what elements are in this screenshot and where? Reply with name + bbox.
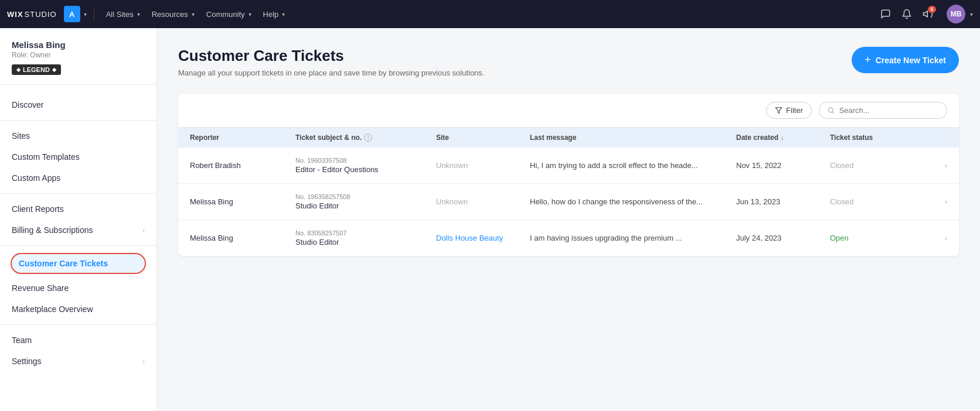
cell-ticket-subject-0: Editor - Editor Questions <box>295 165 436 174</box>
sidebar-item-team[interactable]: Team <box>0 330 156 351</box>
user-avatar[interactable]: MB <box>947 5 965 23</box>
search-input[interactable] <box>839 106 938 115</box>
col-site: Site <box>436 133 530 142</box>
row-chevron-0[interactable]: › <box>924 161 947 170</box>
sidebar-item-custom-templates[interactable]: Custom Templates <box>0 146 156 167</box>
sidebar-item-billing[interactable]: Billing & Subscriptions › <box>0 220 156 241</box>
sidebar-divider-3 <box>0 245 156 246</box>
nav-item-help[interactable]: Help ▾ <box>258 8 290 21</box>
notification-badge: 5 <box>928 6 936 13</box>
filter-label: Filter <box>786 106 803 115</box>
create-ticket-button[interactable]: + Create New Ticket <box>852 47 959 73</box>
svg-marker-1 <box>775 108 782 114</box>
sidebar-user-section: Melissa Bing Role: Owner ◆ LEGEND ◆ <box>0 40 156 85</box>
cell-site-2[interactable]: Dolls House Beauty <box>436 234 530 242</box>
wix-text: WIX <box>7 10 23 19</box>
col-ticket-status: Ticket status <box>830 133 924 142</box>
sort-icon: ↓ <box>781 134 784 141</box>
sidebar-item-custom-apps[interactable]: Custom Apps <box>0 167 156 189</box>
sidebar-item-discover[interactable]: Discover <box>0 94 156 115</box>
cell-ticket-0: No. 19603357508 Editor - Editor Question… <box>295 157 436 174</box>
sidebar-item-revenue-share[interactable]: Revenue Share <box>0 278 156 299</box>
nav-item-allsites[interactable]: All Sites ▾ <box>101 8 145 21</box>
cell-site-0: Unknown <box>436 161 530 170</box>
col-actions <box>924 133 947 142</box>
sidebar: Melissa Bing Role: Owner ◆ LEGEND ◆ Disc… <box>0 28 157 411</box>
cell-status-1: Closed <box>830 197 924 206</box>
search-box[interactable] <box>819 102 947 119</box>
sidebar-divider-4 <box>0 324 156 325</box>
cell-ticket-subject-2: Studio Editor <box>295 238 436 246</box>
row-chevron-1[interactable]: › <box>924 197 947 206</box>
cell-ticket-2: No. 83058257507 Studio Editor <box>295 230 436 246</box>
sidebar-item-settings[interactable]: Settings › <box>0 351 156 372</box>
main-content: Customer Care Tickets Manage all your su… <box>157 28 980 411</box>
cell-reporter-1: Melissa Bing <box>190 197 295 206</box>
cell-status-0: Closed <box>830 161 924 170</box>
account-avatar-btn[interactable]: A <box>64 6 80 22</box>
ticket-subject-info-icon[interactable]: i <box>364 133 372 142</box>
sidebar-item-sites[interactable]: Sites <box>0 125 156 146</box>
table-toolbar: Filter <box>178 94 959 128</box>
col-date-created[interactable]: Date created ↓ <box>736 133 830 142</box>
create-ticket-label: Create New Ticket <box>876 56 946 65</box>
search-icon <box>828 107 835 114</box>
sidebar-legend-badge: ◆ LEGEND ◆ <box>12 64 61 75</box>
studio-text: STUDIO <box>25 10 57 19</box>
nav-item-community[interactable]: Community ▾ <box>202 8 256 21</box>
wix-studio-logo[interactable]: WIX STUDIO <box>7 10 57 19</box>
page-title: Customer Care Tickets <box>178 47 484 65</box>
svg-marker-0 <box>924 11 928 18</box>
nav-divider <box>94 7 94 21</box>
filter-button[interactable]: Filter <box>766 102 812 119</box>
svg-line-3 <box>832 112 833 113</box>
cell-reporter-0: Robert Bradish <box>190 161 295 170</box>
col-reporter: Reporter <box>190 133 295 142</box>
chat-icon <box>880 9 891 19</box>
sidebar-item-marketplace[interactable]: Marketplace Overview <box>0 299 156 320</box>
community-chevron-icon: ▾ <box>249 11 251 18</box>
table-row: Melissa Bing No. 83058257507 Studio Edit… <box>178 220 959 256</box>
page-subtitle: Manage all your support tickets in one p… <box>178 68 484 77</box>
resources-chevron-icon: ▾ <box>192 11 195 18</box>
user-chevron-icon[interactable]: ▾ <box>970 11 973 18</box>
row-chevron-2[interactable]: › <box>924 234 947 242</box>
app-layout: Melissa Bing Role: Owner ◆ LEGEND ◆ Disc… <box>0 28 980 411</box>
cell-reporter-2: Melissa Bing <box>190 234 295 242</box>
cell-message-0: Hi, I am trying to add a scroll effect t… <box>530 161 736 170</box>
chat-icon-btn[interactable] <box>876 5 895 23</box>
billing-chevron-icon: › <box>142 227 145 234</box>
table-header: Reporter Ticket subject & no. i Site Las… <box>178 128 959 148</box>
sidebar-user-name: Melissa Bing <box>12 40 145 50</box>
cell-ticket-no-0: No. 19603357508 <box>295 157 436 164</box>
bell-icon-btn[interactable] <box>897 5 916 23</box>
megaphone-icon-btn[interactable]: 5 <box>918 5 937 23</box>
help-chevron-icon: ▾ <box>282 11 285 18</box>
col-last-message: Last message <box>530 133 736 142</box>
cell-ticket-1: No. 196358257508 Studio Editor <box>295 193 436 210</box>
top-navigation: WIX STUDIO A ▾ All Sites ▾ Resources ▾ C… <box>0 0 980 28</box>
sidebar-divider-1 <box>0 120 156 121</box>
cell-ticket-subject-1: Studio Editor <box>295 201 436 210</box>
cell-date-2: July 24, 2023 <box>736 234 830 242</box>
tickets-container: Filter Reporter Ticket subject & no. i S… <box>178 94 959 256</box>
filter-icon <box>775 107 782 114</box>
cell-message-2: I am having issues upgrading the premium… <box>530 234 736 242</box>
page-header: Customer Care Tickets Manage all your su… <box>178 47 959 77</box>
account-chevron-icon[interactable]: ▾ <box>84 11 87 18</box>
cell-date-0: Nov 15, 2022 <box>736 161 830 170</box>
bell-icon <box>901 9 912 19</box>
cell-ticket-no-1: No. 196358257508 <box>295 193 436 200</box>
cell-ticket-no-2: No. 83058257507 <box>295 230 436 237</box>
sidebar-divider-2 <box>0 193 156 194</box>
cell-message-1: Hello, how do I change the responsivenes… <box>530 197 736 206</box>
sidebar-item-client-reports[interactable]: Client Reports <box>0 198 156 220</box>
col-ticket-subject: Ticket subject & no. i <box>295 133 436 142</box>
settings-chevron-icon: › <box>142 358 145 365</box>
cell-status-2: Open <box>830 234 924 242</box>
nav-item-resources[interactable]: Resources ▾ <box>147 8 199 21</box>
sidebar-item-customer-care[interactable]: Customer Care Tickets <box>11 253 146 274</box>
allsites-chevron-icon: ▾ <box>137 11 140 18</box>
table-row: Melissa Bing No. 196358257508 Studio Edi… <box>178 184 959 220</box>
cell-date-1: Jun 13, 2023 <box>736 197 830 206</box>
